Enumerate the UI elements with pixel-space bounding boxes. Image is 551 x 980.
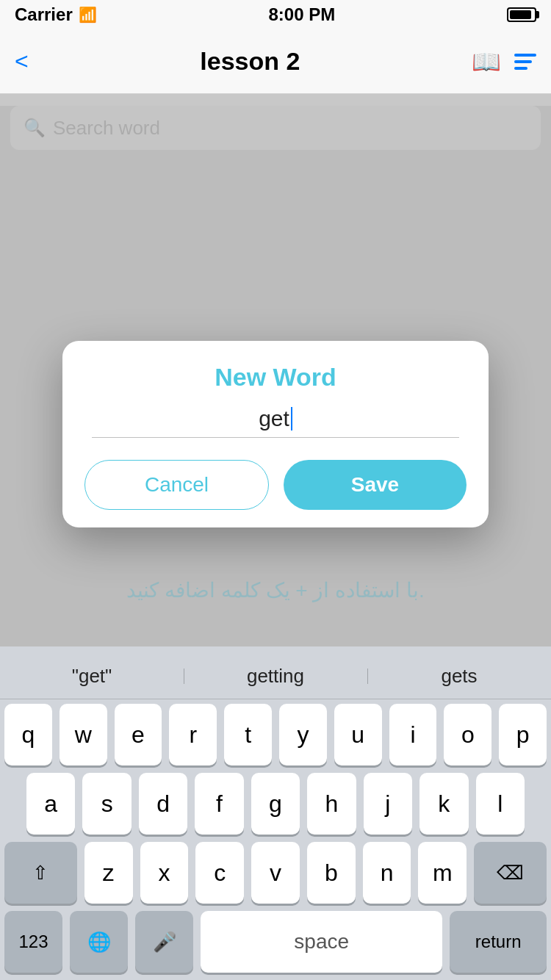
key-k[interactable]: k <box>419 773 468 835</box>
page-title: lesson 2 <box>200 47 300 76</box>
dialog-input-container: get <box>92 406 459 438</box>
nav-bar: < lesson 2 📖 <box>0 29 551 94</box>
status-battery <box>507 7 536 22</box>
keyboard: "get" getting gets q w e r t y u i o p a… <box>0 646 551 980</box>
key-m[interactable]: m <box>418 842 467 904</box>
key-b[interactable]: b <box>307 842 356 904</box>
carrier-label: Carrier <box>15 4 73 25</box>
cancel-button[interactable]: Cancel <box>84 460 269 510</box>
mic-key[interactable]: 🎤 <box>135 911 193 973</box>
dialog-title: New Word <box>84 363 467 392</box>
keyboard-row-1: q w e r t y u i o p <box>0 704 551 765</box>
save-button[interactable]: Save <box>284 460 467 510</box>
status-bar: Carrier 📶 8:00 PM <box>0 0 551 29</box>
keyboard-row-4: 123 🌐 🎤 space return <box>0 911 551 980</box>
globe-key[interactable]: 🌐 <box>70 911 128 973</box>
numeric-key[interactable]: 123 <box>4 911 62 973</box>
key-n[interactable]: n <box>363 842 411 904</box>
key-t[interactable]: t <box>224 704 272 765</box>
shift-key[interactable]: ⇧ <box>4 842 77 904</box>
book-icon[interactable]: 📖 <box>472 48 501 76</box>
battery-icon <box>507 7 536 22</box>
menu-icon[interactable] <box>514 54 536 70</box>
autocomplete-bar: "get" getting gets <box>0 654 551 699</box>
status-time: 8:00 PM <box>269 4 336 25</box>
keyboard-row-2: a s d f g h j k l <box>0 773 551 835</box>
key-f[interactable]: f <box>195 773 243 835</box>
keyboard-row-3: ⇧ z x c v b n m ⌫ <box>0 842 551 904</box>
key-s[interactable]: s <box>82 773 131 835</box>
key-g[interactable]: g <box>251 773 300 835</box>
key-v[interactable]: v <box>251 842 300 904</box>
key-h[interactable]: h <box>307 773 356 835</box>
key-p[interactable]: p <box>499 704 547 765</box>
nav-icons: 📖 <box>472 48 536 76</box>
new-word-dialog: New Word get Cancel Save <box>62 341 489 527</box>
key-y[interactable]: y <box>279 704 327 765</box>
space-key[interactable]: space <box>201 911 442 973</box>
return-key[interactable]: return <box>450 911 547 973</box>
text-cursor <box>291 407 292 430</box>
autocomplete-item-1[interactable]: getting <box>184 665 367 688</box>
key-q[interactable]: q <box>4 704 52 765</box>
key-d[interactable]: d <box>139 773 187 835</box>
key-c[interactable]: c <box>195 842 244 904</box>
key-r[interactable]: r <box>169 704 217 765</box>
autocomplete-item-2[interactable]: gets <box>367 665 551 688</box>
dialog-buttons: Cancel Save <box>84 460 467 510</box>
key-x[interactable]: x <box>140 842 189 904</box>
key-e[interactable]: e <box>115 704 162 765</box>
dialog-input-text: get <box>259 406 289 431</box>
key-w[interactable]: w <box>60 704 107 765</box>
wifi-icon: 📶 <box>79 6 97 24</box>
key-o[interactable]: o <box>444 704 491 765</box>
key-j[interactable]: j <box>364 773 412 835</box>
back-button[interactable]: < <box>15 48 29 75</box>
key-a[interactable]: a <box>26 773 75 835</box>
delete-key[interactable]: ⌫ <box>474 842 547 904</box>
key-l[interactable]: l <box>476 773 525 835</box>
autocomplete-item-0[interactable]: "get" <box>0 665 184 688</box>
key-u[interactable]: u <box>334 704 382 765</box>
key-z[interactable]: z <box>84 842 133 904</box>
status-carrier: Carrier 📶 <box>15 4 97 25</box>
key-i[interactable]: i <box>389 704 437 765</box>
